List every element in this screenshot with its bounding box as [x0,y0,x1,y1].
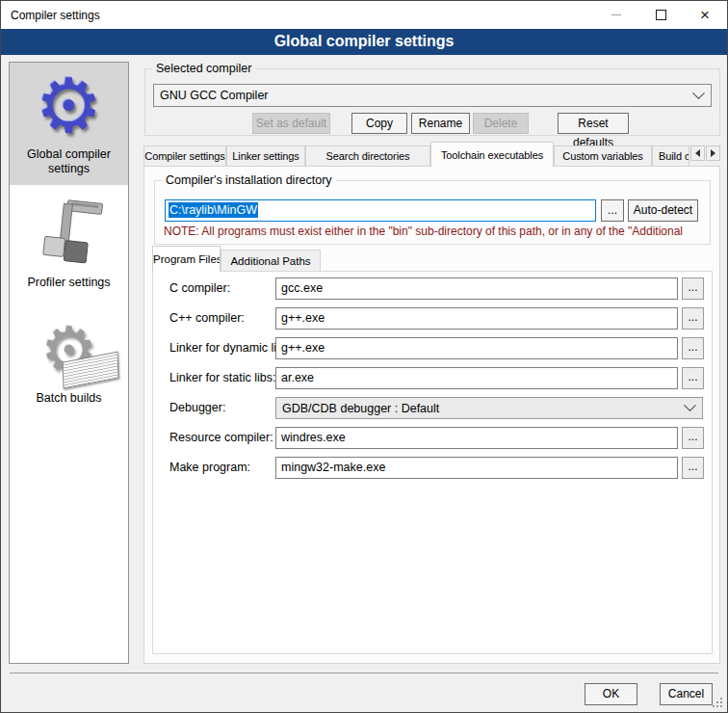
selected-compiler-group-label: Selected compiler [152,62,255,75]
static-linker-input[interactable]: ar.exe [275,367,678,389]
static-linker-label: Linker for static libs: [169,367,273,389]
make-program-value: mingw32-make.exe [281,461,385,474]
bin-subdirectory-note: NOTE: All programs must exist either in … [164,224,708,238]
c-compiler-browse-button[interactable]: ... [682,277,704,300]
sidebar-item-label: Profiler settings [12,276,126,290]
make-program-label: Make program: [169,457,273,479]
dynamic-linker-browse-button[interactable]: ... [682,337,704,359]
tab-scroll-right-button[interactable] [706,145,720,161]
tab-additional-paths[interactable]: Additional Paths [221,250,321,272]
static-linker-row: Linker for static libs: ar.exe ... [153,367,712,389]
window-title: Compiler settings [11,9,100,22]
set-as-default-button[interactable]: Set as default [252,113,330,134]
compiler-select[interactable]: GNU GCC Compiler [153,84,712,107]
dynamic-linker-label: Linker for dynamic libs: [169,337,273,359]
settings-category-list: ⚙ Global compiler settings Profiler sett… [9,62,129,664]
debugger-label: Debugger: [169,397,273,419]
debugger-select[interactable]: GDB/CDB debugger : Default [275,397,703,419]
dynamic-linker-input[interactable]: g++.exe [275,337,678,359]
browse-directory-button[interactable]: ... [601,199,624,222]
close-button[interactable]: × [683,1,727,29]
resource-compiler-label: Resource compiler: [169,427,273,449]
tab-program-files[interactable]: Program Files [152,246,221,272]
static-linker-browse-button[interactable]: ... [682,367,704,389]
close-icon: × [700,7,710,23]
sidebar-item-global-compiler-settings[interactable]: ⚙ Global compiler settings [10,63,128,185]
tab-toolchain-executables[interactable]: Toolchain executables [430,142,554,167]
sidebar-item-profiler-settings[interactable]: Profiler settings [10,193,128,299]
c-compiler-value: gcc.exe [281,281,323,295]
make-program-browse-button[interactable]: ... [682,457,704,479]
tab-custom-variables[interactable]: Custom variables [554,145,652,167]
chevron-down-icon [692,87,705,99]
selected-compiler-group: Selected compiler GNU GCC Compiler Set a… [144,68,720,136]
tab-compiler-settings[interactable]: Compiler settings [143,145,226,167]
delete-button[interactable]: Delete [473,113,529,134]
c-compiler-row: C compiler: gcc.exe ... [153,277,712,300]
debugger-value: GDB/CDB debugger : Default [282,402,439,415]
tab-linker-settings[interactable]: Linker settings [226,145,305,167]
tab-search-directories[interactable]: Search directories [305,145,430,167]
copy-button[interactable]: Copy [351,113,407,134]
compiler-select-value: GNU GCC Compiler [160,89,269,102]
maximize-icon [656,10,666,20]
resource-compiler-browse-button[interactable]: ... [682,427,704,449]
arrow-left-icon [695,149,700,157]
program-files-tabstrip: Program Files Additional Paths [152,246,537,272]
tab-scroll-left-button[interactable] [690,145,705,161]
resource-compiler-value: windres.exe [281,431,346,444]
compiler-settings-tabstrip: Compiler settings Linker settings Search… [143,142,721,167]
resize-grip[interactable] [713,698,722,707]
cpp-compiler-browse-button[interactable]: ... [682,307,704,330]
installation-directory-group: Compiler's installation directory C:\ray… [154,180,711,245]
footer-divider [10,673,718,673]
debugger-row: Debugger: GDB/CDB debugger : Default [153,397,712,419]
cpp-compiler-row: C++ compiler: g++.exe ... [153,307,712,330]
program-files-page: C compiler: gcc.exe ... C++ compiler: g+… [152,271,713,654]
dynamic-linker-value: g++.exe [281,341,325,355]
make-program-input[interactable]: mingw32-make.exe [275,457,678,479]
caliper-icon [12,197,126,274]
dynamic-linker-row: Linker for dynamic libs: g++.exe ... [153,337,712,359]
sidebar-item-label: Global compiler settings [12,147,126,176]
tab-build-options[interactable]: Build options [652,145,689,167]
chevron-down-icon [684,399,696,411]
minimize-icon [611,14,621,15]
installation-directory-value: C:\raylib\MinGW [169,202,258,218]
sidebar-item-batch-builds[interactable]: ⚙ Batch builds [10,312,128,414]
cancel-button[interactable]: Cancel [660,683,713,705]
auto-detect-button[interactable]: Auto-detect [628,199,698,222]
c-compiler-input[interactable]: gcc.exe [275,277,678,300]
arrow-right-icon [711,149,715,157]
page-title: Global compiler settings [1,29,727,55]
maximize-button[interactable] [638,1,683,29]
cpp-compiler-value: g++.exe [281,311,325,325]
cpp-compiler-label: C++ compiler: [169,307,273,330]
resource-compiler-row: Resource compiler: windres.exe ... [153,427,712,449]
sidebar-item-label: Batch builds [12,391,126,406]
gear-stack-icon: ⚙ [12,316,126,389]
c-compiler-label: C compiler: [169,277,273,300]
minimize-button[interactable] [594,1,638,29]
ok-button[interactable]: OK [585,683,637,705]
installation-directory-group-label: Compiler's installation directory [162,173,336,187]
reset-defaults-button[interactable]: Reset defaults [558,113,629,134]
compiler-settings-dialog: Compiler settings × Global compiler sett… [0,0,728,713]
titlebar: Compiler settings × [1,1,727,29]
window-controls: × [594,1,727,29]
make-program-row: Make program: mingw32-make.exe ... [153,457,712,479]
static-linker-value: ar.exe [281,371,314,384]
toolchain-executables-page: Compiler's installation directory C:\ray… [143,166,720,664]
resource-compiler-input[interactable]: windres.exe [275,427,678,449]
cpp-compiler-input[interactable]: g++.exe [275,307,678,330]
installation-directory-input[interactable]: C:\raylib\MinGW [165,199,596,222]
gear-blue-icon: ⚙ [12,66,126,145]
rename-button[interactable]: Rename [411,113,470,134]
